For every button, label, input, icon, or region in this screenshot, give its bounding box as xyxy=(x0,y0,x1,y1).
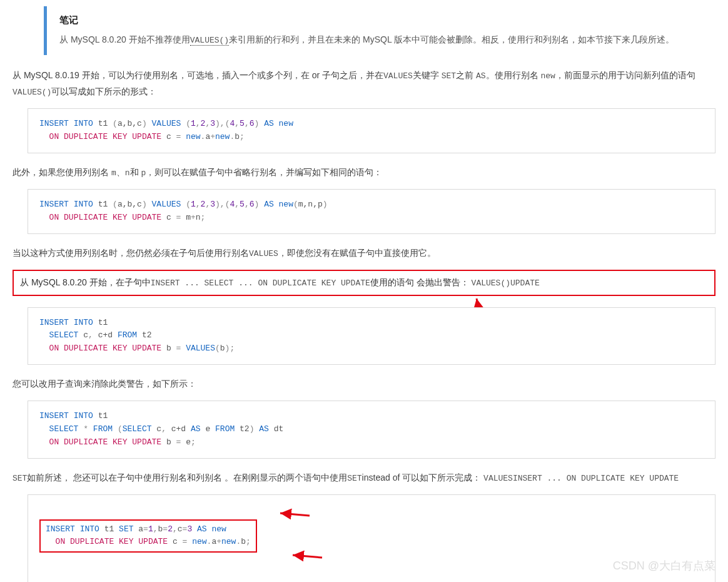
id: new xyxy=(279,119,293,128)
id: t2 xyxy=(240,424,250,434)
id: e xyxy=(186,437,191,447)
kw: UPDATE xyxy=(132,344,161,353)
code-inline: n xyxy=(125,168,130,178)
note-text-suffix: 来引用新的行和列，并且在未来的 MySQL 版本中可能会被删除。相反，使用行和列… xyxy=(229,34,674,44)
sym: = xyxy=(143,524,148,534)
id: b xyxy=(235,132,240,141)
sym: = xyxy=(176,437,181,447)
num: 1 xyxy=(191,119,196,128)
code-inline: VALUES xyxy=(249,249,278,258)
id: a,b,c xyxy=(118,200,142,209)
kw: UPDATE xyxy=(132,437,161,447)
sym: + xyxy=(210,132,215,141)
kw: KEY xyxy=(113,344,127,353)
kw: AS xyxy=(264,200,274,209)
text: 之前 xyxy=(456,70,476,80)
id: c xyxy=(173,537,178,546)
id: a xyxy=(138,524,143,534)
kw: SELECT xyxy=(49,330,79,340)
kw: ON xyxy=(56,537,66,546)
paragraph-5: SET如前所述， 您还可以在子句中使用行别名和列别名 。在刚刚显示的两个语句中使… xyxy=(13,470,715,486)
id: t2 xyxy=(142,330,152,340)
id: c+d xyxy=(171,424,186,434)
id: b xyxy=(166,437,171,447)
id: c xyxy=(178,524,183,534)
num: 3 xyxy=(210,119,215,128)
sym: = xyxy=(176,132,181,141)
code-inline: SET xyxy=(13,474,27,483)
text: 从 MySQL 8.0.20 开始，在子句中 xyxy=(20,277,151,287)
kw: INTO xyxy=(74,200,93,209)
id: t1 xyxy=(98,411,108,421)
text: 从 MySQL 8.0.19 开始，可以为行使用别名，可选地，插入一个或多个列，… xyxy=(13,70,383,80)
sym: * xyxy=(83,424,88,434)
kw: AS xyxy=(197,524,207,534)
text: instead of 可以如下所示完成： xyxy=(362,472,484,482)
id: t1 xyxy=(98,200,108,209)
text: ，则可以在赋值子句中省略行别名，并编写如下相同的语句： xyxy=(146,167,382,177)
kw: AS xyxy=(191,424,201,434)
code-block-1: INSERT INTO t1 (a,b,c) VALUES (1,2,3),(4… xyxy=(28,108,715,153)
kw: INSERT xyxy=(39,318,69,327)
note-body: 从 MySQL 8.0.20 开始不推荐使用VALUES()来引用新的行和列，并… xyxy=(59,32,703,48)
kw: SELECT xyxy=(123,424,152,434)
id: b xyxy=(166,344,171,353)
kw: INTO xyxy=(74,411,93,421)
id: new xyxy=(186,132,200,141)
code-inline: m xyxy=(111,168,116,178)
highlighted-snippet-1: INSERT INTO t1 SET a=1,b=2,c=3 AS new ON… xyxy=(39,519,257,553)
id: b xyxy=(241,537,246,546)
text: 。使用行别名 xyxy=(486,70,541,80)
id: new xyxy=(192,537,206,546)
num: 6 xyxy=(250,119,255,128)
text: ，即使您没有在赋值子句中直接使用它。 xyxy=(278,248,436,258)
id: m,n,p xyxy=(298,200,323,209)
id: t1 xyxy=(104,524,114,534)
id: a,b,c xyxy=(118,119,142,128)
code-block-3: INSERT INTO t1 SELECT c, c+d FROM t2 ON … xyxy=(28,307,715,365)
paragraph-4: 您可以改用子查询来消除此类警告，如下所示： xyxy=(13,376,715,392)
id: b xyxy=(220,344,225,353)
kw: DUPLICATE xyxy=(64,213,108,222)
kw: KEY xyxy=(113,132,127,141)
text: ，前面显示的用于访问新列值的语句 xyxy=(555,70,695,80)
kw: SELECT xyxy=(49,424,79,434)
kw: DUPLICATE xyxy=(70,537,114,546)
kw: KEY xyxy=(113,213,127,222)
sym: + xyxy=(191,213,196,222)
num: 6 xyxy=(250,200,255,209)
kw: INSERT xyxy=(39,411,69,421)
text: 当以这种方式使用列别名时，您仍然必须在子句后使用行别名 xyxy=(13,248,249,258)
kw: FROM xyxy=(93,424,113,434)
text: 和 xyxy=(130,167,141,177)
highlighted-warning: 从 MySQL 8.0.20 开始，在子句中INSERT ... SELECT … xyxy=(13,270,715,295)
id: n xyxy=(196,213,201,222)
values-link[interactable]: VALUES() xyxy=(190,36,229,46)
num: 5 xyxy=(240,200,245,209)
num: 1 xyxy=(148,524,153,534)
text: 此外，如果您使用列别名 xyxy=(13,167,111,177)
num: 1 xyxy=(191,200,196,209)
num: 2 xyxy=(168,524,173,534)
sym: + xyxy=(216,537,221,546)
code-inline: VALUES()UPDATE xyxy=(472,278,540,288)
paragraph-2: 此外，如果您使用列别名 m、n和 p，则可以在赋值子句中省略行别名，并编写如下相… xyxy=(13,165,715,180)
kw: DUPLICATE xyxy=(64,344,108,353)
kw: UPDATE xyxy=(132,213,161,222)
text: 、 xyxy=(116,167,125,177)
note-title: 笔记 xyxy=(59,11,703,28)
sym: = xyxy=(176,213,181,222)
id: t1 xyxy=(98,119,108,128)
kw: INSERT xyxy=(46,524,75,534)
kw: DUPLICATE xyxy=(64,132,108,141)
code-block-2: INSERT INTO t1 (a,b,c) VALUES (1,2,3),(4… xyxy=(28,189,715,234)
kw: KEY xyxy=(119,537,133,546)
text: 使用的语句 会抛出警告： xyxy=(370,277,472,287)
kw: FROM xyxy=(215,424,235,434)
num: 5 xyxy=(240,119,245,128)
kw: INTO xyxy=(74,119,93,128)
paragraph-3: 当以这种方式使用列别名时，您仍然必须在子句后使用行别名VALUES，即使您没有在… xyxy=(13,245,715,261)
id: c xyxy=(166,213,171,222)
text: 可以写成如下所示的形式： xyxy=(51,86,156,96)
kw: AS xyxy=(264,119,274,128)
